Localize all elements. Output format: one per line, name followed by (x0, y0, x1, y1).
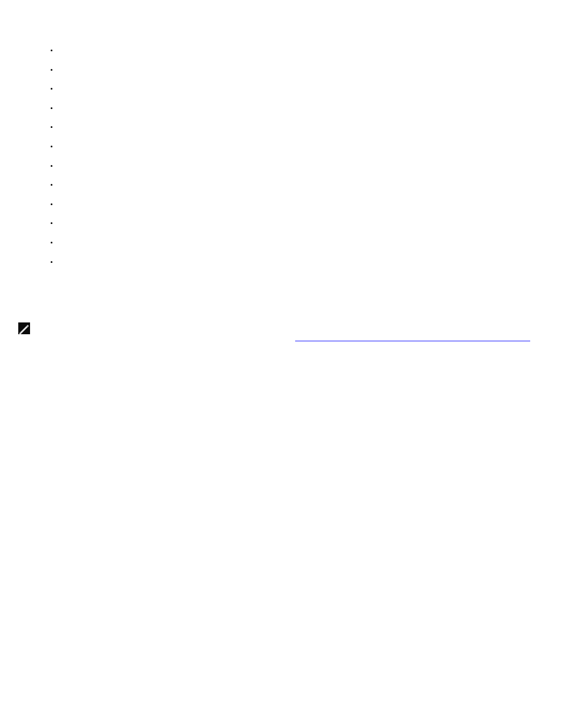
page-root (0, 0, 562, 728)
bullet-list (35, 48, 58, 278)
note-icon (18, 322, 30, 334)
note-link-underline[interactable] (295, 341, 530, 341)
